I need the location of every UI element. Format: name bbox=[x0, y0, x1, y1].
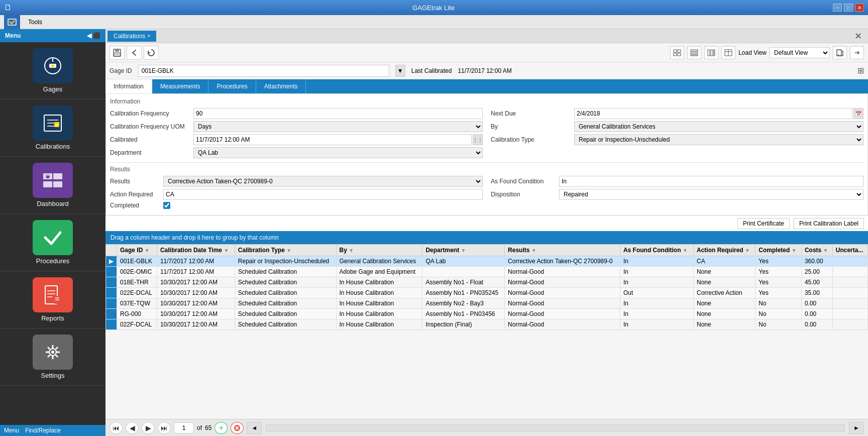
prev-page-button[interactable]: ◀ bbox=[126, 422, 139, 434]
table-row[interactable]: 022F-DCAL10/30/2017 12:00 AMScheduled Ca… bbox=[106, 319, 868, 330]
print-certificate-button[interactable]: Print Certificate bbox=[737, 218, 790, 229]
play-button[interactable]: ▶ bbox=[142, 422, 155, 434]
horizontal-scroll-right[interactable]: ► bbox=[849, 422, 864, 434]
window-controls[interactable]: ─ □ ✕ bbox=[833, 4, 864, 12]
sidebar-item-reports[interactable]: Reports bbox=[0, 271, 105, 329]
cal-frequency-input[interactable] bbox=[193, 108, 483, 119]
table-row[interactable]: RG-00010/30/2017 12:00 AMScheduled Calib… bbox=[106, 309, 868, 319]
gage-id-dropdown[interactable]: ▼ bbox=[395, 65, 405, 77]
sidebar-title: Menu bbox=[5, 32, 21, 39]
calibrated-calendar-icon[interactable]: ⋮⋮ bbox=[473, 134, 483, 145]
add-record-button[interactable]: + bbox=[214, 422, 228, 434]
svg-rect-35 bbox=[115, 49, 119, 52]
col-costs[interactable]: Costs ▼ bbox=[801, 245, 832, 256]
by-select[interactable]: General Calibration Services bbox=[574, 121, 863, 132]
table-row[interactable]: ▶001E-GBLK11/7/2017 12:00 AMRepair or In… bbox=[106, 256, 868, 267]
horizontal-scroll-left[interactable]: ◄ bbox=[247, 422, 262, 434]
cell-gage_id: 018E-THR bbox=[117, 277, 157, 288]
department-select[interactable]: QA Lab bbox=[193, 147, 483, 158]
col-cal-date-sort[interactable]: ▼ bbox=[224, 248, 229, 253]
cell-cal_type: Scheduled Calibration bbox=[235, 319, 336, 330]
table-row[interactable]: 037E-TQW10/30/2017 12:00 AMScheduled Cal… bbox=[106, 298, 868, 309]
last-page-button[interactable]: ⏭ bbox=[158, 422, 171, 434]
col-by[interactable]: By ▼ bbox=[336, 245, 422, 256]
col-cal-type-sort[interactable]: ▼ bbox=[286, 248, 291, 253]
view-select[interactable]: Default View bbox=[770, 47, 830, 58]
col-results[interactable]: Results ▼ bbox=[505, 245, 620, 256]
sidebar-find-replace-link[interactable]: Find/Replace bbox=[25, 427, 61, 434]
by-row: By General Calibration Services bbox=[491, 121, 863, 132]
action-required-input[interactable] bbox=[163, 189, 483, 200]
cal-type-select[interactable]: Repair or Inspection-Unscheduled bbox=[574, 134, 863, 145]
table-row[interactable]: 022E-DCAL10/30/2017 12:00 AMScheduled Ca… bbox=[106, 288, 868, 298]
col-by-sort[interactable]: ▼ bbox=[349, 248, 354, 253]
close-button[interactable]: ✕ bbox=[855, 4, 864, 12]
tools-menu[interactable]: Tools bbox=[24, 18, 46, 27]
results-select[interactable]: Corrective Action Taken-QC 2700989-0 bbox=[163, 176, 483, 187]
save-button[interactable] bbox=[110, 46, 125, 60]
as-found-input[interactable] bbox=[559, 176, 863, 187]
tab-bar-close[interactable]: ✕ bbox=[854, 31, 866, 42]
table-row[interactable]: 002E-OMIC11/7/2017 12:00 AMScheduled Cal… bbox=[106, 267, 868, 277]
col-completed-sort[interactable]: ▼ bbox=[792, 248, 797, 253]
sidebar: Menu ◀ ⬛ Gages bbox=[0, 29, 105, 436]
cell-gage_id: 037E-TQW bbox=[117, 298, 157, 309]
col-action-req-sort[interactable]: ▼ bbox=[745, 248, 750, 253]
back-button[interactable] bbox=[127, 46, 142, 60]
gage-id-input[interactable] bbox=[138, 65, 389, 77]
col-cal-type[interactable]: Calibration Type ▼ bbox=[235, 245, 336, 256]
export-button[interactable] bbox=[833, 46, 847, 59]
print-label-button[interactable]: Print Calibration Label bbox=[794, 218, 864, 229]
calibrations-tab[interactable]: Calibrations × bbox=[107, 31, 156, 42]
tab-measurements[interactable]: Measurements bbox=[152, 79, 208, 93]
col-department[interactable]: Department ▼ bbox=[422, 245, 505, 256]
next-due-calendar-icon[interactable]: 📅 bbox=[853, 108, 863, 119]
col-gage-id[interactable]: Gage ID ▼ bbox=[117, 245, 157, 256]
page-number-input[interactable]: 1 bbox=[174, 422, 194, 433]
col-as-found[interactable]: As Found Condition ▼ bbox=[620, 245, 693, 256]
sidebar-item-calibrations[interactable]: Calibrations bbox=[0, 99, 105, 157]
next-due-input[interactable] bbox=[574, 108, 852, 119]
sidebar-item-gages[interactable]: Gages bbox=[0, 42, 105, 99]
sidebar-menu-link[interactable]: Menu bbox=[4, 427, 19, 434]
sidebar-item-settings[interactable]: Settings bbox=[0, 329, 105, 386]
view-btn-4[interactable] bbox=[721, 46, 735, 59]
sidebar-item-dashboard[interactable]: Dashboard bbox=[0, 157, 105, 214]
view-btn-3[interactable] bbox=[704, 46, 718, 59]
calibrated-input[interactable] bbox=[193, 134, 472, 145]
delete-record-button[interactable] bbox=[231, 422, 244, 434]
cell-cal_date_time: 11/7/2017 12:00 AM bbox=[157, 256, 235, 267]
refresh-button[interactable] bbox=[144, 46, 159, 60]
col-costs-sort[interactable]: ▼ bbox=[823, 248, 828, 253]
tab-close-icon[interactable]: × bbox=[147, 33, 150, 39]
col-uncertainty[interactable]: Uncerta... bbox=[832, 245, 867, 256]
maximize-button[interactable]: □ bbox=[844, 4, 853, 12]
first-page-button[interactable]: ⏮ bbox=[110, 422, 123, 434]
calibrated-label: Calibrated bbox=[110, 136, 190, 143]
view-btn-2[interactable] bbox=[687, 46, 701, 59]
minimize-button[interactable]: ─ bbox=[833, 4, 842, 12]
svg-line-33 bbox=[48, 355, 50, 357]
cal-freq-uom-select[interactable]: Days bbox=[193, 121, 483, 132]
col-completed[interactable]: Completed ▼ bbox=[755, 245, 802, 256]
view-btn-1[interactable] bbox=[670, 46, 684, 59]
row-indicator bbox=[106, 298, 117, 309]
tab-procedures[interactable]: Procedures bbox=[208, 79, 256, 93]
col-as-found-sort[interactable]: ▼ bbox=[683, 248, 688, 253]
col-results-sort[interactable]: ▼ bbox=[531, 248, 536, 253]
horizontal-scrollbar[interactable] bbox=[266, 424, 845, 431]
col-cal-date[interactable]: Calibration Date Time ▼ bbox=[157, 245, 235, 256]
svg-line-30 bbox=[48, 347, 50, 349]
cal-freq-uom-label: Calibration Frequency UOM bbox=[110, 123, 190, 130]
data-table-wrap[interactable]: Gage ID ▼ Calibration Date Time ▼ Calibr… bbox=[105, 244, 868, 419]
sidebar-item-procedures[interactable]: Procedures bbox=[0, 214, 105, 271]
export-arrow-button[interactable] bbox=[850, 46, 864, 59]
tab-attachments[interactable]: Attachments bbox=[256, 79, 306, 93]
col-action-req[interactable]: Action Required ▼ bbox=[694, 245, 755, 256]
completed-checkbox[interactable] bbox=[163, 202, 170, 209]
col-gage-id-sort[interactable]: ▼ bbox=[145, 248, 150, 253]
table-row[interactable]: 018E-THR10/30/2017 12:00 AMScheduled Cal… bbox=[106, 277, 868, 288]
disposition-select[interactable]: Repaired bbox=[559, 189, 863, 200]
tab-information[interactable]: Information bbox=[105, 79, 152, 93]
col-department-sort[interactable]: ▼ bbox=[461, 248, 466, 253]
